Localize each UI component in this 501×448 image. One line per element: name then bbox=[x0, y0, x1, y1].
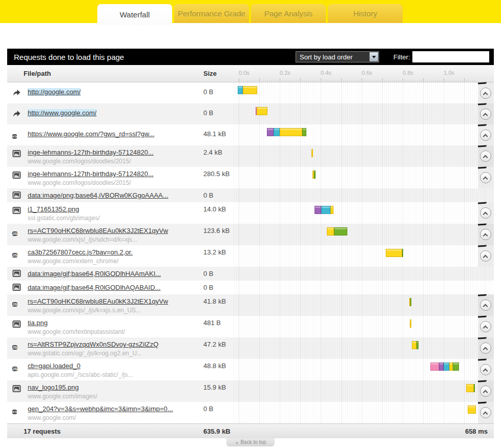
page-curl-mark bbox=[478, 245, 487, 247]
timing-segment-green bbox=[334, 227, 347, 236]
row-expand-cell bbox=[478, 337, 494, 359]
file-type-cell: JS bbox=[7, 294, 28, 316]
file-type-cell bbox=[7, 188, 28, 202]
file-link[interactable]: ca3b72567807cecc.js?bav=on.2,or. bbox=[28, 248, 133, 256]
timing-segment-green bbox=[416, 341, 419, 349]
file-link[interactable]: rs=ACT90oHKC68rwblu8EAu0kK3J2tEX1qyVw bbox=[28, 227, 168, 234]
file-name-cell: gen_204?v=3&s=webhp&imc=3&imn=3&imp=0...… bbox=[28, 402, 203, 423]
filter-input[interactable] bbox=[412, 51, 489, 62]
image-file-icon bbox=[12, 269, 21, 280]
file-link[interactable]: https://www.google.com/?gws_rd=ssl?gw... bbox=[28, 130, 154, 138]
size-value: 41.8 kB bbox=[203, 294, 233, 316]
waterfall-timeline bbox=[233, 402, 478, 423]
file-type-cell bbox=[7, 103, 28, 124]
size-value: 47.2 kB bbox=[203, 337, 233, 359]
timing-segment-yellow bbox=[449, 362, 453, 371]
expand-row-button[interactable] bbox=[480, 109, 491, 120]
page-curl-mark bbox=[478, 402, 487, 404]
expand-row-button[interactable] bbox=[480, 207, 491, 219]
file-link[interactable]: gen_204?v=3&s=webhp&imc=3&imn=3&imp=0... bbox=[28, 405, 173, 413]
expand-row-button[interactable] bbox=[480, 130, 491, 141]
page-curl-mark bbox=[478, 145, 487, 147]
expand-row-button[interactable] bbox=[480, 229, 491, 240]
file-link[interactable]: data:image/gif;base64,R0lGODlhAQABAID... bbox=[28, 284, 160, 291]
tab-bar: WaterfallPerformance GradePage AnalysisH… bbox=[97, 4, 403, 23]
request-row: i1_71651352.pngssl.gstatic.com/gb/images… bbox=[7, 202, 494, 224]
request-row: http://www.google.com/0 B bbox=[7, 103, 494, 124]
file-path: www.google.com/logos/doodles/2015/ bbox=[28, 179, 203, 186]
dropdown-arrow-icon[interactable] bbox=[369, 52, 378, 61]
code-file-icon: <> bbox=[12, 406, 17, 416]
file-link[interactable]: nav_logo195.png bbox=[28, 383, 79, 391]
file-type-cell: JS bbox=[7, 359, 28, 380]
expand-row-button[interactable] bbox=[480, 386, 491, 397]
tab-waterfall[interactable]: Waterfall bbox=[97, 4, 172, 25]
expand-row-button[interactable] bbox=[480, 172, 491, 183]
file-type-cell bbox=[7, 202, 28, 224]
file-link[interactable]: inge-lehmanns-127th-birthday-57124820... bbox=[28, 170, 154, 178]
summary-footer: 17 requests 635.9 kB 658 ms bbox=[7, 423, 494, 438]
file-type-cell bbox=[7, 267, 28, 281]
timing-segment-yellow bbox=[466, 384, 474, 392]
file-link[interactable]: rs=ACT90oHKC68rwblu8EAu0kK3J2tEX1qyVw bbox=[28, 297, 168, 305]
timing-segment-yellow bbox=[410, 319, 411, 328]
tab-page-analysis[interactable]: Page Analysis bbox=[251, 4, 326, 23]
file-name-cell: http://www.google.com/ bbox=[28, 103, 203, 124]
file-link[interactable]: rs=AltRSTP9ZpjvzqqWx0nSDvoy-gzsZilZzQ bbox=[28, 340, 158, 348]
file-link[interactable]: http://www.google.com/ bbox=[28, 109, 96, 117]
file-link[interactable]: http://google.com/ bbox=[28, 88, 80, 96]
chevron-up-icon bbox=[483, 304, 488, 309]
page-curl-mark bbox=[478, 167, 487, 169]
request-row: JSrs=ACT90oHKC68rwblu8EAu0kK3J2tEX1qyVww… bbox=[7, 224, 494, 245]
file-path: www.google.com/xjs/_/js/k=xjs.s.en_US... bbox=[28, 307, 203, 314]
request-row: data:image/png;base64,iVBORw0KGgoAAAA...… bbox=[7, 188, 494, 202]
image-file-icon bbox=[12, 385, 21, 395]
waterfall-timeline bbox=[233, 82, 478, 103]
row-expand-cell bbox=[478, 359, 494, 380]
expand-row-button[interactable] bbox=[480, 250, 491, 262]
tab-performance-grade[interactable]: Performance Grade bbox=[174, 4, 249, 23]
back-to-top-button[interactable]: ▲Back to top bbox=[226, 438, 275, 446]
chevron-up-icon bbox=[483, 347, 488, 352]
file-link[interactable]: data:image/png;base64,iVBORw0KGgoAAAA... bbox=[28, 191, 169, 199]
requests-table: http://google.com/0 Bhttp://www.google.c… bbox=[7, 82, 494, 423]
total-requests: 17 requests bbox=[24, 428, 60, 435]
expand-row-button[interactable] bbox=[480, 407, 491, 418]
expand-row-button[interactable] bbox=[480, 88, 491, 99]
file-path: www.gstatic.com/og/_/js/k=og.og2.en_U... bbox=[28, 350, 203, 357]
timing-segment-green bbox=[453, 362, 459, 371]
row-expand-cell bbox=[478, 145, 494, 167]
file-link[interactable]: inge-lehmanns-127th-birthday-57124820... bbox=[28, 148, 154, 156]
file-path: www.google.com/xjs/_/js/sdch=d/k=xjs... bbox=[28, 236, 203, 243]
file-link[interactable]: tia.png bbox=[28, 319, 48, 327]
time-tick-label: 0.6s bbox=[362, 70, 372, 76]
waterfall-timeline bbox=[233, 359, 478, 380]
expand-row-button[interactable] bbox=[480, 300, 491, 311]
file-link[interactable]: i1_71651352.png bbox=[28, 205, 79, 213]
expand-row-button[interactable] bbox=[480, 151, 491, 162]
expand-row-button[interactable] bbox=[480, 321, 491, 332]
waterfall-timeline bbox=[233, 124, 478, 145]
js-file-icon: JS bbox=[12, 249, 17, 260]
sort-select[interactable]: Sort by load order bbox=[296, 51, 379, 62]
file-name-cell: https://www.google.com/?gws_rd=ssl?gw... bbox=[28, 124, 203, 145]
file-name-cell: tia.pngwww.google.com/textinputassistant… bbox=[28, 316, 203, 337]
file-link[interactable]: data:image/gif;base64,R0lGODlhHAAmAKI... bbox=[28, 270, 161, 278]
page-curl-mark bbox=[478, 316, 487, 318]
image-file-icon bbox=[12, 206, 21, 217]
file-name-cell: rs=ACT90oHKC68rwblu8EAu0kK3J2tEX1qyVwwww… bbox=[28, 224, 203, 245]
timing-segment-green bbox=[302, 128, 306, 136]
waterfall-panel: Requests done to load this page Sort by … bbox=[7, 49, 494, 447]
file-type-cell: <> bbox=[7, 124, 28, 145]
chevron-up-icon bbox=[483, 326, 488, 331]
time-tick-label: 0.8s bbox=[403, 70, 413, 76]
size-value: 0 B bbox=[203, 281, 233, 294]
tab-history[interactable]: History bbox=[328, 4, 403, 23]
column-size: Size bbox=[203, 70, 217, 77]
row-expand-cell bbox=[478, 224, 494, 245]
file-link[interactable]: cb=gapi.loaded_0 bbox=[28, 362, 80, 370]
expand-row-button[interactable] bbox=[480, 364, 491, 375]
back-to-top-area: ▲Back to top bbox=[7, 438, 494, 447]
expand-row-button[interactable] bbox=[480, 343, 491, 354]
row-expand-cell bbox=[478, 202, 494, 224]
